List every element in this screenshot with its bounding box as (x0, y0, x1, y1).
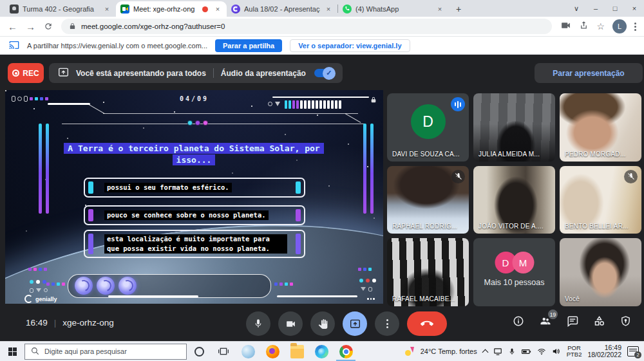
reload-icon[interactable] (44, 22, 53, 31)
tab-turma-402[interactable]: Turma 402 - Geografia × (5, 1, 116, 17)
slide-progress-dots (187, 120, 208, 125)
host-controls-icon[interactable] (620, 315, 631, 327)
camera-button[interactable] (278, 311, 303, 336)
forward-icon[interactable]: → (26, 22, 35, 32)
tab-search-icon[interactable]: ∨ (567, 0, 586, 17)
tab-close-icon[interactable]: × (102, 5, 111, 14)
notifications-icon[interactable]: 2 (627, 346, 639, 356)
hud-line (103, 113, 358, 114)
minimize-icon[interactable]: – (586, 0, 605, 17)
participant-tile[interactable]: PEDRO MORGAD... (560, 93, 641, 162)
quiz-option-1[interactable]: possui o seu formato esférico. (84, 178, 305, 198)
display-tray-icon[interactable] (493, 347, 502, 355)
portal-icon[interactable] (97, 277, 115, 295)
hud-line (277, 295, 357, 297)
new-tab-button[interactable]: + (451, 2, 466, 16)
start-button[interactable] (0, 342, 24, 361)
presenting-banner: Você está apresentando para todos Áudio … (49, 63, 343, 83)
network-icon[interactable] (537, 348, 546, 355)
tab-title: Meet: xge-orhz-ong (133, 5, 198, 13)
audio-level-icon (451, 97, 465, 111)
shared-presentation-slide[interactable]: 04/09 A Terra é o terceiro planeta do Si… (5, 90, 383, 304)
tab-aula-apresentacao[interactable]: Aula 18/02 - Apresentação × (227, 1, 337, 17)
hud-glyphs-right (268, 102, 280, 106)
battery-icon[interactable] (522, 348, 531, 355)
task-view-button[interactable] (211, 342, 236, 361)
edge-icon (315, 345, 328, 358)
taskbar-search-input[interactable]: Digite aqui para pesquisar (24, 344, 187, 360)
hud-line (48, 103, 90, 105)
view-tab-button[interactable]: Ver o separador: view.genial.ly (290, 39, 410, 52)
camera-in-use-icon[interactable] (560, 20, 571, 33)
presentation-audio-label: Áudio da apresentação (221, 69, 306, 78)
maximize-icon[interactable]: □ (605, 0, 625, 17)
cortana-icon (194, 347, 204, 356)
language-indicator[interactable]: POR PTB2 (567, 345, 582, 358)
equalizer-bars (285, 100, 341, 109)
volume-icon[interactable] (552, 347, 561, 355)
search-icon (31, 347, 39, 356)
profile-avatar[interactable]: L (612, 19, 627, 33)
portal-icon[interactable] (75, 277, 93, 295)
taskbar-app-chrome[interactable] (334, 342, 358, 361)
close-icon[interactable]: × (625, 0, 644, 17)
participant-tile[interactable]: JULIA ALMEIDA M... (473, 93, 555, 162)
meeting-info: 16:49 | xge-orhz-ong (26, 318, 114, 328)
taskbar-app-explorer[interactable] (285, 342, 309, 361)
quiz-option-3[interactable]: esta localização é muito importante para… (84, 230, 305, 258)
presentation-audio-toggle[interactable]: ✓ (314, 69, 334, 77)
mic-tray-icon[interactable] (508, 347, 516, 356)
stars-decoration (5, 90, 6, 91)
weather-icon[interactable] (405, 347, 415, 356)
back-icon[interactable]: ← (8, 22, 17, 32)
mic-button[interactable] (246, 311, 270, 336)
stop-sharing-button[interactable]: Parar a partilha (215, 39, 282, 52)
address-bar[interactable]: meet.google.com/xge-orhz-ong?authuser=0 (61, 19, 552, 34)
portal-icon[interactable] (118, 277, 137, 295)
decor-mini-dots (367, 298, 375, 300)
tab-whatsapp[interactable]: (4) WhatsApp × (338, 1, 449, 17)
stop-presenting-button[interactable]: Parar apresentação (535, 63, 643, 83)
self-tile[interactable]: Você (560, 238, 641, 306)
hud-line (108, 295, 198, 297)
participant-tile[interactable]: D DAVI DE SOUZA CA... (387, 93, 469, 162)
genially-logo[interactable]: genially (24, 295, 57, 303)
tab-close-icon[interactable]: × (213, 5, 222, 14)
info-icon[interactable] (513, 315, 524, 327)
cortana-button[interactable] (187, 342, 211, 361)
tab-close-icon[interactable]: × (435, 5, 444, 14)
taskbar-app-blue[interactable] (236, 342, 260, 361)
divider: | (54, 318, 57, 328)
participant-tile[interactable]: RAFAEL MACAIBE... (387, 238, 469, 306)
activities-icon[interactable] (593, 315, 605, 327)
tab-close-icon[interactable]: × (324, 5, 333, 14)
participant-count-badge: 19 (548, 310, 558, 319)
weather-text[interactable]: 24°C Temp. fortes (421, 347, 477, 355)
raise-hand-button[interactable] (310, 311, 335, 336)
end-call-button[interactable] (407, 311, 447, 336)
url-text: meet.google.com/xge-orhz-ong?authuser=0 (81, 23, 225, 30)
bookmark-star-icon[interactable]: ☆ (596, 21, 605, 32)
toggle-check-icon: ✓ (323, 67, 336, 80)
quiz-option-2[interactable]: pouco se conhece sobre o nosso planeta. (84, 205, 305, 225)
decor-squares (28, 268, 47, 271)
present-button[interactable] (343, 311, 367, 336)
taskbar-app-firefox[interactable] (260, 342, 285, 361)
decor-dots (359, 279, 376, 282)
browser-menu-icon[interactable] (634, 23, 636, 31)
overflow-tile[interactable]: D M Mais 10 pessoas (473, 238, 555, 306)
taskbar-app-edge[interactable] (309, 342, 334, 361)
participants-icon[interactable]: 19 (539, 315, 552, 327)
hidden-icons-chevron[interactable] (482, 349, 488, 356)
participant-tile[interactable]: BENTO BELLEI AR... (560, 166, 641, 234)
windows-taskbar: Digite aqui para pesquisar 24°C Temp. fo… (0, 341, 644, 361)
mic-off-icon (451, 170, 465, 183)
taskbar-clock[interactable]: 16:49 18/02/2022 (587, 344, 621, 358)
participant-tile[interactable]: JOÃO VITOR DE A.... (473, 166, 555, 234)
tab-title: Aula 18/02 - Apresentação (244, 5, 320, 13)
participant-tile[interactable]: RAPHAEL RODRIG... (387, 166, 469, 234)
share-icon[interactable] (579, 21, 589, 33)
more-options-button[interactable] (375, 311, 399, 336)
chat-icon[interactable] (567, 315, 578, 327)
tab-meet[interactable]: Meet: xge-orhz-ong × (116, 1, 227, 17)
